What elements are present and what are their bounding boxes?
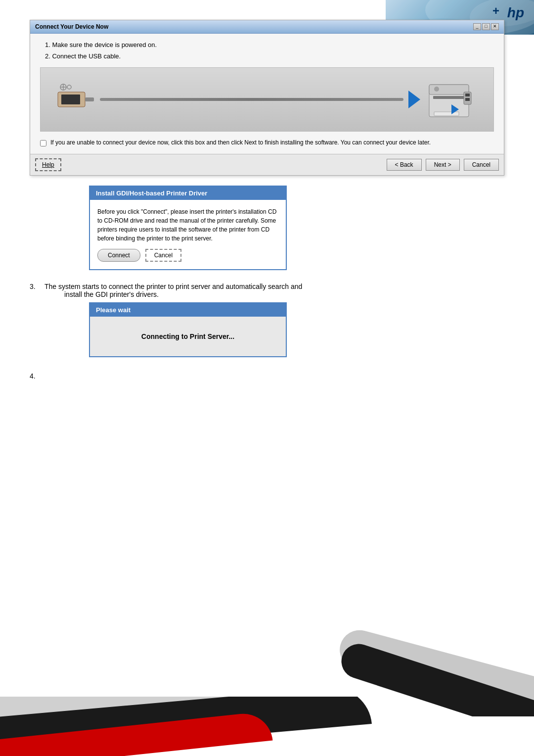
svg-rect-14	[465, 98, 470, 101]
install-gdi-body: Before you click "Connect", please inser…	[90, 200, 286, 269]
install-gdi-title: Install GDI/Host-based Printer Driver	[96, 189, 207, 197]
svg-rect-13	[465, 94, 470, 96]
next-button[interactable]: Next >	[426, 159, 460, 171]
back-button[interactable]: < Back	[387, 159, 422, 171]
step3-content: The system starts to connect the printer…	[44, 283, 302, 298]
usb-illustration	[40, 67, 494, 132]
please-wait-dialog: Please wait Connecting to Print Server..…	[89, 302, 287, 357]
step4-item: 4.	[30, 372, 504, 380]
gdi-cancel-button[interactable]: Cancel	[145, 249, 181, 262]
window-controls: _ □ ✕	[473, 23, 499, 30]
printer-area	[408, 77, 479, 122]
main-content: Connect Your Device Now _ □ ✕ 1. Make su…	[0, 0, 534, 404]
install-gdi-text: Before you click "Connect", please inser…	[97, 207, 278, 243]
please-wait-title: Please wait	[96, 306, 131, 314]
svg-rect-11	[433, 96, 465, 99]
install-gdi-dialog: Install GDI/Host-based Printer Driver Be…	[89, 186, 287, 270]
please-wait-text: Connecting to Print Server...	[141, 332, 234, 340]
connect-device-titlebar: Connect Your Device Now _ □ ✕	[30, 20, 504, 34]
svg-rect-8	[85, 97, 94, 101]
step4-number: 4.	[30, 372, 44, 380]
connect-device-title: Connect Your Device Now	[35, 23, 108, 30]
install-gdi-buttons: Connect Cancel	[97, 249, 278, 262]
install-gdi-header: Install GDI/Host-based Printer Driver	[90, 187, 286, 200]
step2-text: 2. Connect the USB cable.	[40, 52, 494, 60]
svg-rect-3	[61, 94, 80, 104]
gdi-connect-button[interactable]: Connect	[97, 249, 140, 262]
close-button[interactable]: ✕	[491, 23, 499, 30]
printer-svg	[424, 77, 479, 122]
step1-text: 1. Make sure the device is powered on.	[40, 41, 494, 48]
usb-arrow-icon	[408, 91, 420, 108]
page-wrapper: hp + Connect Your Device Now _ □ ✕ 1. Ma…	[0, 0, 534, 756]
dialog-bottom-bar: Help < Back Next > Cancel	[30, 154, 504, 175]
maximize-button[interactable]: □	[482, 23, 490, 30]
step3-item: 3. The system starts to connect the prin…	[30, 283, 504, 298]
svg-point-15	[434, 87, 439, 92]
skip-connect-checkbox[interactable]	[40, 140, 46, 146]
checkbox-area: If you are unable to connect your device…	[40, 139, 494, 146]
bottom-right-decoration	[336, 617, 534, 716]
please-wait-body: Connecting to Print Server...	[90, 317, 286, 356]
connect-device-body: 1. Make sure the device is powered on. 2…	[30, 34, 504, 154]
step3-number: 3.	[30, 283, 44, 298]
step3-text2: install the GDI printer's drivers.	[64, 290, 159, 298]
cancel-button[interactable]: Cancel	[464, 159, 499, 171]
nav-buttons: < Back Next > Cancel	[387, 159, 499, 171]
step3-text: The system starts to connect the printer…	[44, 283, 302, 290]
usb-cable	[100, 98, 403, 101]
minimize-button[interactable]: _	[473, 23, 481, 30]
svg-point-7	[67, 85, 71, 89]
usb-connector-svg	[55, 80, 95, 119]
checkbox-label: If you are unable to connect your device…	[50, 139, 431, 146]
svg-rect-16	[434, 112, 459, 116]
please-wait-header: Please wait	[90, 303, 286, 317]
help-button[interactable]: Help	[35, 158, 61, 171]
connect-device-dialog: Connect Your Device Now _ □ ✕ 1. Make su…	[30, 20, 504, 176]
usb-plug-area	[55, 80, 95, 119]
